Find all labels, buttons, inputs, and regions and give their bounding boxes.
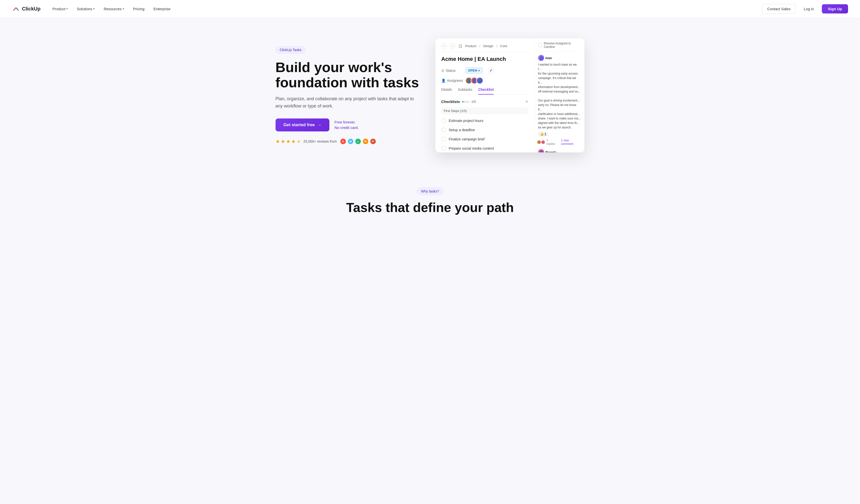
logo[interactable]: ClickUp (12, 5, 40, 13)
reviews-text: 25,000+ reviews from (303, 140, 337, 143)
breadcrumb-product: Product (465, 44, 476, 48)
status-badge[interactable]: OPEN ▸ (465, 67, 483, 74)
tab-details[interactable]: Details (441, 88, 452, 95)
chevron-down-icon: ▾ (93, 7, 95, 11)
checklist-label: Prepare social media content (449, 146, 494, 150)
new-comment-text: 1 new comment (561, 139, 581, 146)
chevron-down-icon: ▾ (123, 7, 124, 11)
nav-resources[interactable]: Resources ▾ (100, 5, 128, 13)
capterra-logo: ≫ (348, 139, 353, 144)
star-rating: ★ ★ ★ ★ ★ (275, 139, 301, 144)
hero-badge: ClickUp Tasks (275, 46, 306, 54)
tab-checklist[interactable]: Checklist (478, 88, 494, 95)
checklist-item: Estimate project hours (441, 116, 528, 126)
hero-right: ‹ › 📋 Product / Design / Core Acme Home … (435, 38, 585, 153)
nav-links: Product ▾ Solutions ▾ Resources ▾ Pricin… (48, 5, 174, 13)
comments-panel: Resolve Assigned to Caroline 👤 Ivan I wa… (535, 38, 585, 153)
assignees-row: 👤 Assignees 👤 👤 👤 (441, 77, 528, 84)
comment-author-brenda: 👤 Brenda (538, 149, 581, 153)
getapp-logo: ▲ (355, 139, 361, 144)
reply-avatar (537, 140, 541, 144)
forward-arrow[interactable]: › (450, 43, 455, 49)
navbar-right: Contact Sales Log in Sign Up (762, 4, 848, 14)
star-5-half: ★ (297, 139, 301, 144)
hero-reviews: ★ ★ ★ ★ ★ 25,000+ reviews from G ≫ ▲ ✉ P (275, 139, 420, 144)
task-title: Acme Home | EA Launch (441, 56, 528, 62)
contact-sales-button[interactable]: Contact Sales (762, 4, 796, 14)
comment-reactions: 👍 1 (538, 132, 581, 136)
breadcrumb-icon: 📋 (458, 44, 462, 48)
progress-text: 1/5 (472, 100, 476, 103)
checklist-label: Setup a deadline (449, 128, 475, 132)
assignee-avatars: 👤 👤 👤 (465, 77, 483, 84)
tab-subtasks[interactable]: Subtasks (458, 88, 472, 95)
checklist-item: Prepare social media content (441, 144, 528, 153)
reply-avatar (541, 140, 545, 144)
checklists-header: Checklists 1/5 + (441, 99, 528, 104)
back-arrow[interactable]: ‹ (441, 43, 447, 49)
resolve-text: Resolve Assigned to Caroline (544, 42, 581, 49)
breadcrumb-design: Design (483, 44, 493, 48)
producthunt-logo: P (370, 139, 376, 144)
why-badge: Why tasks? (417, 188, 443, 195)
breadcrumb-core: Core (500, 44, 507, 48)
hero-subtitle: Plan, organize, and collaborate on any p… (275, 95, 420, 110)
avatar-3: 👤 (476, 77, 483, 84)
nav-enterprise[interactable]: Enterprise (149, 5, 174, 13)
checklist-item: Finalize campaign brief (441, 135, 528, 144)
app-preview: ‹ › 📋 Product / Design / Core Acme Home … (435, 38, 585, 153)
checklist-circle[interactable] (441, 118, 446, 123)
assignee-icon: 👤 (441, 78, 446, 83)
comment-author-ivan: 👤 Ivan (538, 55, 581, 61)
hero-title: Build your work's foundation with tasks (275, 60, 420, 90)
reply-avatars (538, 140, 545, 144)
hero-cta: Get started free → Free forever. No cred… (275, 118, 420, 131)
assignees-label: 👤 Assignees (441, 78, 461, 83)
login-button[interactable]: Log in (799, 4, 819, 13)
trustpilot-logo: ✉ (363, 139, 368, 144)
avatar-ivan: 👤 (538, 55, 544, 61)
app-main-panel: ‹ › 📋 Product / Design / Core Acme Home … (435, 38, 535, 153)
add-checklist-button[interactable]: + (525, 99, 528, 104)
checklist-item: Setup a deadline (441, 126, 528, 135)
svg-rect-0 (12, 5, 20, 13)
hero-left: ClickUp Tasks Build your work's foundati… (275, 46, 420, 145)
checklist-circle[interactable] (441, 137, 446, 141)
review-logos: G ≫ ▲ ✉ P (340, 139, 376, 144)
comment-ivan: 👤 Ivan I wanted to touch base as we f...… (538, 55, 581, 146)
checklist-label: Finalize campaign brief (449, 137, 485, 141)
checklist-circle[interactable] (441, 128, 446, 132)
hero-free-text: Free forever. No credit card. (334, 119, 359, 131)
comment-meta-ivan: 3 replies · 1 new comment (538, 139, 581, 146)
comment-body-ivan: I wanted to touch base as we f... for th… (538, 62, 581, 130)
nav-pricing[interactable]: Pricing (129, 5, 148, 13)
avatar-brenda: 👤 (538, 149, 544, 153)
arrow-right-icon: → (317, 123, 321, 127)
hero-section: ClickUp Tasks Build your work's foundati… (256, 18, 605, 168)
signup-button[interactable]: Sign Up (822, 4, 848, 13)
comment-brenda: 👤 Brenda This is great, thank you! 🙌 (538, 149, 581, 153)
star-2: ★ (281, 139, 285, 144)
g2-logo: G (340, 139, 346, 144)
status-dropdown-icon: ▸ (478, 69, 480, 72)
checklists-title: Checklists 1/5 (441, 100, 476, 104)
status-row: ⊙ Status OPEN ▸ ✓ (441, 67, 528, 74)
status-label: ⊙ Status (441, 69, 461, 73)
checklist-circle[interactable] (441, 146, 446, 150)
thumbs-up-reaction[interactable]: 👍 1 (538, 132, 548, 136)
chevron-down-icon: ▾ (66, 7, 68, 11)
nav-product[interactable]: Product ▾ (48, 5, 72, 13)
status-icon: ⊙ (441, 69, 444, 73)
logo-text: ClickUp (22, 6, 40, 12)
status-check[interactable]: ✓ (488, 68, 494, 73)
resolve-checkbox[interactable] (538, 43, 542, 47)
why-title: Tasks that define your path (12, 200, 848, 215)
nav-solutions[interactable]: Solutions ▾ (73, 5, 99, 13)
resolve-row: Resolve Assigned to Caroline (538, 42, 581, 52)
get-started-button[interactable]: Get started free → (275, 118, 330, 131)
checklist-group-header: First Steps (1/5) (441, 107, 528, 114)
star-4: ★ (291, 139, 296, 144)
comment-name-brenda: Brenda (546, 150, 557, 153)
replies-text: 3 replies (547, 139, 557, 146)
app-tabs: Details Subtasks Checklist (441, 88, 528, 95)
